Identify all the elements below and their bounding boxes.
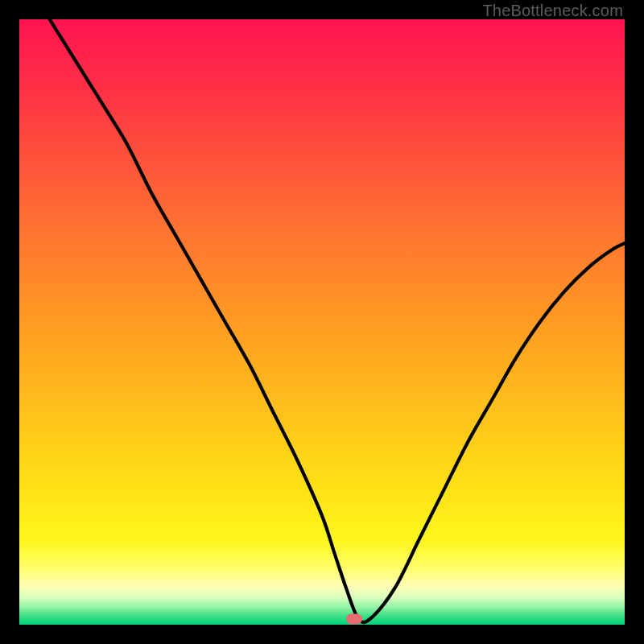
- chart-frame: TheBottleneck.com: [0, 0, 644, 644]
- optimal-marker: [346, 614, 362, 625]
- bottleneck-curve: [19, 19, 625, 625]
- watermark-text: TheBottleneck.com: [482, 2, 623, 20]
- plot-area: [19, 19, 625, 625]
